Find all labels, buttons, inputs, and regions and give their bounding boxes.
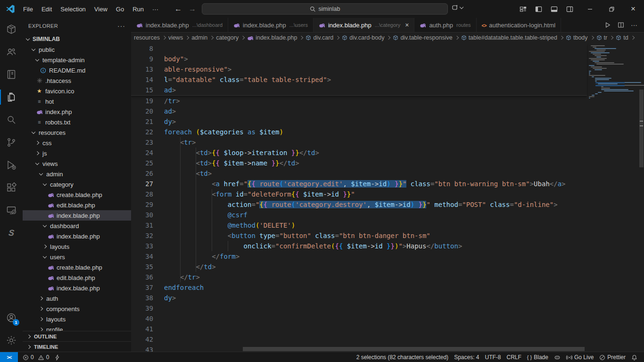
tree-item-users[interactable]: users xyxy=(23,252,131,262)
close-window-button[interactable]: × xyxy=(622,0,644,18)
tree-item-create-blade-php[interactable]: create.blade.php xyxy=(23,189,131,200)
source-control-icon[interactable] xyxy=(0,131,23,154)
snippets-extension-icon[interactable]: S xyxy=(0,222,23,244)
tree-item-hot[interactable]: ≡hot xyxy=(23,96,131,107)
tree-item-components[interactable]: components xyxy=(23,304,131,314)
breadcrumb-item-div-card-body[interactable]: div.card-body xyxy=(342,34,384,41)
editor-more-actions[interactable]: ··· xyxy=(631,21,637,29)
tree-item-index-blade-php[interactable]: index.blade.php xyxy=(23,231,131,241)
breadcrumb-item-tr[interactable]: tr xyxy=(596,34,608,41)
menu-run[interactable]: Run xyxy=(128,4,148,15)
menu-selection[interactable]: Selection xyxy=(56,4,90,15)
horizontal-scrollbar[interactable] xyxy=(243,347,585,351)
tree-item-template-admin[interactable]: template-admin xyxy=(23,55,131,65)
tree-item-create-blade-php[interactable]: create.blade.php xyxy=(23,262,131,272)
breadcrumb-item-resources[interactable]: resources xyxy=(134,34,160,41)
menu-file[interactable]: File xyxy=(19,4,37,15)
explorer-actions-icon[interactable]: ··· xyxy=(117,22,125,30)
status-2-selections-82-characters-selected-[interactable]: 2 selections (82 characters selected) xyxy=(354,352,451,362)
docs-view-icon[interactable] xyxy=(0,63,23,86)
accounts-view-icon[interactable] xyxy=(0,41,23,63)
menu-view[interactable]: View xyxy=(90,4,112,15)
tree-item-layouts[interactable]: layouts xyxy=(23,241,131,252)
tree-item-dashboard[interactable]: dashboard xyxy=(23,221,131,231)
minimap[interactable] xyxy=(587,43,639,352)
tree-item-admin[interactable]: admin xyxy=(23,169,131,179)
breadcrumb-item-tbody[interactable]: tbody xyxy=(566,34,588,41)
breadcrumb-item-td[interactable]: td xyxy=(616,34,628,41)
toggle-sidebar-icon[interactable] xyxy=(535,6,542,13)
restore-button[interactable] xyxy=(601,0,622,18)
tree-item-readme-md[interactable]: README.md xyxy=(23,65,131,75)
status-utf-8[interactable]: UTF-8 xyxy=(482,352,504,362)
tree-item-public[interactable]: public xyxy=(23,44,131,55)
tree-item-index-blade-php[interactable]: index.blade.php xyxy=(23,210,131,221)
tab-index-blade-php[interactable]: index.blade.php...\category× xyxy=(314,18,414,32)
breadcrumb-item-div-card[interactable]: div.card xyxy=(305,34,333,41)
status-crlf[interactable]: CRLF xyxy=(504,352,524,362)
problems-button[interactable]: 0 0 xyxy=(20,352,52,362)
tree-item-index-blade-php[interactable]: index.blade.php xyxy=(23,283,131,293)
remote-indicator[interactable]: >< xyxy=(0,352,18,362)
container-explorer-icon[interactable] xyxy=(0,18,23,41)
status-blade[interactable]: { }Blade xyxy=(524,352,551,362)
minimize-button[interactable] xyxy=(579,0,601,18)
line-content: </form> xyxy=(153,251,239,262)
close-tab-icon[interactable]: × xyxy=(405,22,409,28)
menu-[interactable]: ··· xyxy=(148,4,163,15)
run-file-button[interactable] xyxy=(604,22,611,28)
tree-item-css[interactable]: css xyxy=(23,138,131,148)
toggle-panel-icon[interactable] xyxy=(551,6,558,13)
tree-item-robots-txt[interactable]: ≡robots.txt xyxy=(23,117,131,127)
tree-item--htaccess[interactable]: .htaccess xyxy=(23,75,131,86)
tree-item-layouts[interactable]: layouts xyxy=(23,314,131,324)
accounts-icon[interactable]: 1 xyxy=(0,306,23,329)
code-editor[interactable]: 19/tr>20ad>21dy>22foreach ($categories a… xyxy=(131,43,644,352)
settings-gear-icon[interactable] xyxy=(0,329,23,352)
status-copilot-icon[interactable] xyxy=(551,352,563,362)
tree-item-edit-blade-php[interactable]: edit.blade.php xyxy=(23,200,131,210)
remote-explorer-icon[interactable] xyxy=(0,199,23,222)
tree-item-resources[interactable]: resources xyxy=(23,127,131,138)
tab-authentication-login-html[interactable]: <>authentication-login.html xyxy=(477,18,561,32)
tab-auth-php[interactable]: auth.phproutes xyxy=(414,18,476,32)
breadcrumb-item-admin[interactable]: admin xyxy=(191,34,207,41)
back-button[interactable]: ← xyxy=(174,5,182,13)
status-spaces-4[interactable]: Spaces: 4 xyxy=(451,352,482,362)
tree-item-auth[interactable]: auth xyxy=(23,293,131,304)
run-debug-icon[interactable] xyxy=(0,154,23,176)
breadcrumb-item-div-table-responsive[interactable]: div.table-responsive xyxy=(393,34,452,41)
menu-go[interactable]: Go xyxy=(112,4,128,15)
forward-button[interactable]: → xyxy=(189,5,196,13)
status-bell-icon[interactable] xyxy=(628,352,640,362)
tree-root-siminlab[interactable]: SIMINLAB xyxy=(23,34,131,44)
toggle-secondary-sidebar-icon[interactable] xyxy=(566,6,573,13)
breadcrumb-item-views[interactable]: views xyxy=(168,34,183,41)
tree-item-favicon-ico[interactable]: ★favicon.ico xyxy=(23,86,131,96)
timeline-section[interactable]: TIMELINE xyxy=(23,341,131,352)
tree-item-views[interactable]: views xyxy=(23,158,131,169)
breadcrumb-item-index-blade-php[interactable]: index.blade.php xyxy=(247,34,297,41)
tab-index-blade-php[interactable]: index.blade.php...\users xyxy=(228,18,314,32)
menu-edit[interactable]: Edit xyxy=(37,4,56,15)
tree-item-js[interactable]: js xyxy=(23,148,131,158)
customize-layout-icon[interactable] xyxy=(520,6,527,13)
tree-item-category[interactable]: category xyxy=(23,179,131,189)
command-center-search[interactable]: siminlab xyxy=(202,3,448,15)
breadcrumb-item-category[interactable]: category xyxy=(216,34,239,41)
breadcrumb-item-table-datatable-table-table-striped[interactable]: table#datatable.table.table-striped xyxy=(461,34,557,41)
search-view-icon[interactable] xyxy=(0,108,23,131)
tree-item-edit-blade-php[interactable]: edit.blade.php xyxy=(23,272,131,283)
copilot-menu-button[interactable] xyxy=(452,4,463,11)
explorer-view-icon[interactable] xyxy=(0,86,23,108)
tab-index-blade-php[interactable]: index.blade.php...\dashboard xyxy=(131,18,228,32)
status-prettier[interactable]: Prettier xyxy=(596,352,628,362)
extensions-icon[interactable] xyxy=(0,176,23,199)
outline-section[interactable]: OUTLINE xyxy=(23,331,131,341)
vertical-scrollbar[interactable] xyxy=(639,90,644,167)
tree-item-label: public xyxy=(39,46,55,53)
split-editor-button[interactable] xyxy=(618,22,624,28)
bolt-icon[interactable] xyxy=(52,352,63,362)
tree-item-index-php[interactable]: index.php xyxy=(23,107,131,117)
status-go-live[interactable]: Go Live xyxy=(563,352,596,362)
